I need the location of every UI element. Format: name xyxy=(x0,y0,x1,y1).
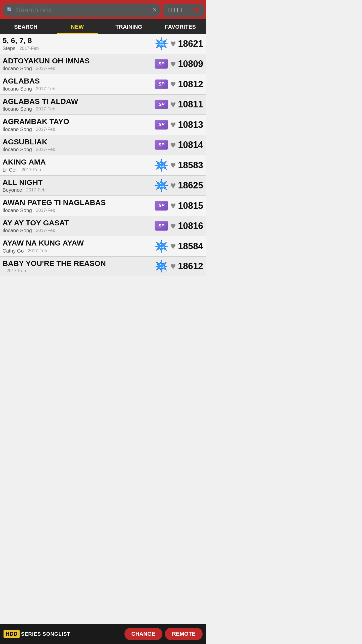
tab-search[interactable]: SEARCH xyxy=(0,19,52,34)
song-number: 10814 xyxy=(178,140,206,150)
new-badge: HDD new! xyxy=(155,37,168,51)
header: 🔍 ✕ TITLE xyxy=(0,0,206,19)
sp-badge: SP xyxy=(155,59,168,69)
song-title: AGSUBLIAK xyxy=(3,138,153,146)
song-row[interactable]: ALL NIGHTBeyonce2017-Feb HDD new! ♥18625 xyxy=(0,176,206,196)
song-date: 2017-Feb xyxy=(36,86,55,92)
song-number: 18583 xyxy=(178,160,206,171)
song-meta: Ilocano Song2017-Feb xyxy=(3,208,153,213)
song-date: 2017-Feb xyxy=(36,106,55,112)
song-info: AKING AMALil Coli2017-Feb xyxy=(3,158,153,173)
search-input[interactable] xyxy=(16,6,150,14)
dropdown-arrow-icon xyxy=(193,8,200,13)
song-badges: SP♥ xyxy=(153,200,178,211)
song-row[interactable]: ADTOYAKUN OH IMNASIlocano Song2017-FebSP… xyxy=(0,54,206,74)
song-badges: SP♥ xyxy=(153,79,178,90)
song-row[interactable]: AGLABAS TI ALDAWIlocano Song2017-FebSP♥1… xyxy=(0,95,206,115)
svg-text:new!: new! xyxy=(159,246,164,249)
favorite-heart-icon[interactable]: ♥ xyxy=(170,160,176,171)
new-badge: HDD new! xyxy=(155,179,168,192)
song-info: AGSUBLIAKIlocano Song2017-Feb xyxy=(3,138,153,153)
song-artist: Ilocano Song xyxy=(3,106,32,112)
search-box[interactable]: 🔍 ✕ xyxy=(3,4,161,17)
new-badge: HDD new! xyxy=(155,158,168,172)
title-dropdown[interactable]: TITLE xyxy=(163,4,204,17)
song-row[interactable]: AWAN PATEG TI NAGLABASIlocano Song2017-F… xyxy=(0,196,206,216)
song-artist: Ilocano Song xyxy=(3,86,32,92)
song-badges: HDD new! ♥ xyxy=(153,179,178,192)
clear-icon[interactable]: ✕ xyxy=(152,7,157,13)
song-artist: Cathy Go xyxy=(3,248,24,254)
song-badges: SP♥ xyxy=(153,221,178,231)
favorite-heart-icon[interactable]: ♥ xyxy=(170,119,176,130)
song-badges: SP♥ xyxy=(153,140,178,150)
new-badge: HDD new! xyxy=(155,239,168,253)
favorite-heart-icon[interactable]: ♥ xyxy=(170,59,176,69)
sp-badge: SP xyxy=(155,120,168,130)
favorite-heart-icon[interactable]: ♥ xyxy=(170,200,176,211)
song-row[interactable]: 5, 6, 7, 8Steps2017-Feb HDD new! ♥18621 xyxy=(0,34,206,54)
favorite-heart-icon[interactable]: ♥ xyxy=(170,140,176,150)
new-badge: HDD new! xyxy=(155,259,168,273)
song-number: 18625 xyxy=(178,180,206,191)
song-title: AGLABAS TI ALDAW xyxy=(3,97,153,106)
sp-badge: SP xyxy=(155,201,168,211)
song-meta: Ilocano Song2017-Feb xyxy=(3,127,153,132)
tab-favorites[interactable]: FAVORITES xyxy=(155,19,206,34)
tab-training[interactable]: TRAINING xyxy=(103,19,155,34)
favorite-heart-icon[interactable]: ♥ xyxy=(170,99,176,110)
song-number: 10812 xyxy=(178,79,206,90)
song-row[interactable]: AY AY TOY GASATIlocano Song2017-FebSP♥10… xyxy=(0,216,206,236)
song-title: BABY YOU'RE THE REASON xyxy=(3,259,153,268)
song-date: 2017-Feb xyxy=(19,46,39,51)
song-badges: SP♥ xyxy=(153,99,178,110)
song-list: 5, 6, 7, 8Steps2017-Feb HDD new! ♥18621A… xyxy=(0,34,206,276)
song-meta: Ilocano Song2017-Feb xyxy=(3,86,153,92)
svg-text:HDD: HDD xyxy=(160,41,163,43)
song-title: AWAN PATEG TI NAGLABAS xyxy=(3,198,153,207)
song-badges: HDD new! ♥ xyxy=(153,239,178,253)
song-date: 2017-Feb xyxy=(36,147,55,152)
song-number: 10811 xyxy=(178,99,206,110)
svg-text:new!: new! xyxy=(159,44,164,46)
svg-text:HDD: HDD xyxy=(160,263,163,265)
song-info: ALL NIGHTBeyonce2017-Feb xyxy=(3,178,153,193)
song-row[interactable]: AGRAMBAK TAYOIlocano Song2017-FebSP♥1081… xyxy=(0,115,206,135)
song-artist: Beyonce xyxy=(3,187,22,193)
song-meta: Steps2017-Feb xyxy=(3,46,153,51)
favorite-heart-icon[interactable]: ♥ xyxy=(170,221,176,231)
favorite-heart-icon[interactable]: ♥ xyxy=(170,180,176,191)
svg-text:HDD: HDD xyxy=(160,163,163,164)
song-date: 2017-Feb xyxy=(36,208,55,213)
song-date: 2017-Feb xyxy=(7,268,26,273)
song-row[interactable]: AYAW NA KUNG AYAWCathy Go2017-Feb HDD ne… xyxy=(0,236,206,257)
svg-text:new!: new! xyxy=(159,165,164,168)
song-info: AYAW NA KUNG AYAWCathy Go2017-Feb xyxy=(3,239,153,254)
song-info: AY AY TOY GASATIlocano Song2017-Feb xyxy=(3,219,153,234)
song-badges: HDD new! ♥ xyxy=(153,259,178,273)
song-artist: Ilocano Song xyxy=(3,147,32,152)
song-meta: Ilocano Song2017-Feb xyxy=(3,228,153,233)
tab-new[interactable]: NEW xyxy=(52,19,103,34)
song-number: 18621 xyxy=(178,38,206,49)
favorite-heart-icon[interactable]: ♥ xyxy=(170,38,176,49)
favorite-heart-icon[interactable]: ♥ xyxy=(170,241,176,252)
favorite-heart-icon[interactable]: ♥ xyxy=(170,79,176,90)
song-row[interactable]: BABY YOU'RE THE REASON2017-Feb HDD new! … xyxy=(0,257,206,276)
song-row[interactable]: AGSUBLIAKIlocano Song2017-FebSP♥10814 xyxy=(0,135,206,155)
song-row[interactable]: AKING AMALil Coli2017-Feb HDD new! ♥1858… xyxy=(0,155,206,176)
song-date: 2017-Feb xyxy=(26,187,46,193)
song-date: 2017-Feb xyxy=(36,228,55,233)
song-artist: Lil Coli xyxy=(3,167,18,173)
song-row[interactable]: AGLABASIlocano Song2017-FebSP♥10812 xyxy=(0,74,206,95)
song-title: AYAW NA KUNG AYAW xyxy=(3,239,153,248)
song-info: ADTOYAKUN OH IMNASIlocano Song2017-Feb xyxy=(3,57,153,72)
song-meta: Cathy Go2017-Feb xyxy=(3,248,153,254)
song-info: AGRAMBAK TAYOIlocano Song2017-Feb xyxy=(3,117,153,132)
sp-badge: SP xyxy=(155,140,168,150)
favorite-heart-icon[interactable]: ♥ xyxy=(170,261,176,272)
song-info: AGLABAS TI ALDAWIlocano Song2017-Feb xyxy=(3,97,153,112)
song-info: 5, 6, 7, 8Steps2017-Feb xyxy=(3,36,153,51)
song-artist: Ilocano Song xyxy=(3,208,32,213)
song-badges: HDD new! ♥ xyxy=(153,37,178,51)
